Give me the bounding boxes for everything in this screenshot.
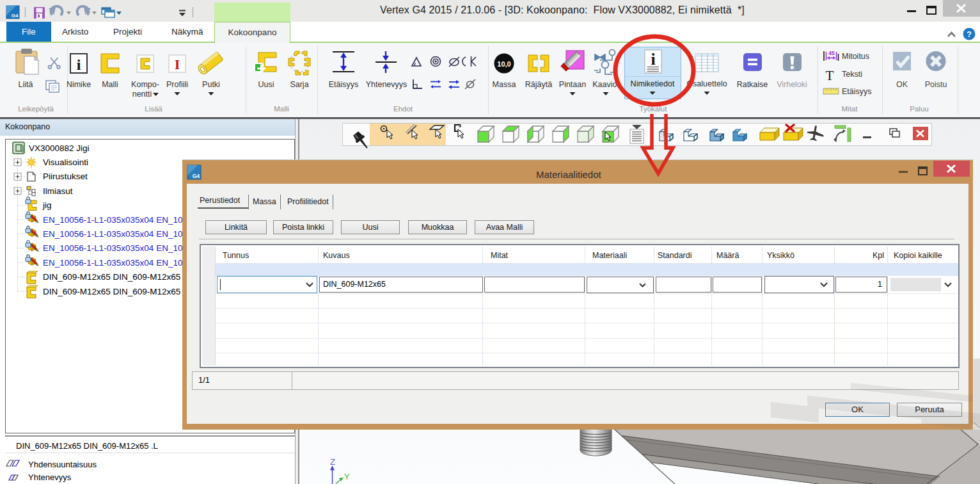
svg-text:G4: G4 xyxy=(193,173,200,179)
